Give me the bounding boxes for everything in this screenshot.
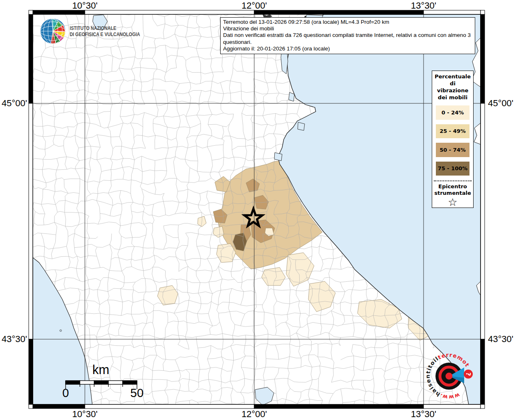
lon-label-bottom-3: 13°30' (411, 409, 436, 420)
legend-swatch-25-49: 25 - 49% (436, 124, 469, 139)
legend-title: Percentuale di vibrazione dei mobili (434, 73, 471, 101)
legend-swatch-50-74: 50 - 74% (436, 143, 469, 157)
legend-epicenter-label: Epicentro strumentale (432, 183, 473, 196)
scale-start-label: 0 (62, 386, 69, 400)
earthquake-info-box: Terremoto del 13-01-2026 09:27:58 (ora l… (220, 17, 475, 54)
scale-bar: km 0 50 (53, 361, 160, 406)
legend-epicenter-star-icon: ☆ (448, 197, 457, 208)
lon-label-top-1: 10°30' (72, 0, 98, 11)
scale-unit-label: km (92, 363, 109, 377)
lat-label-left-1: 45°00' (2, 98, 27, 109)
lat-label-right-2: 43°30' (488, 334, 513, 345)
lon-label-top-2: 12°00' (242, 0, 267, 11)
scale-bar-graphic (53, 378, 160, 395)
legend: Percentuale di vibrazione dei mobili 0 -… (432, 71, 474, 208)
legend-swatch-75-100: 75 - 100% (436, 162, 469, 176)
info-line-source: Dati non verificati estratti da 726 ques… (223, 32, 472, 45)
lat-label-right-1: 45°00' (488, 98, 513, 109)
haisentito-site-logo: ? www.haisentitoilterremoto.it (422, 349, 487, 410)
info-line-event: Terremoto del 13-01-2026 09:27:58 (ora l… (223, 19, 472, 25)
lat-label-left-2: 43°30' (2, 334, 27, 345)
ingv-globe-icon (39, 17, 68, 46)
ingv-text-line1: ISTITUTO NAZIONALE (70, 25, 140, 31)
scale-end-label: 50 (130, 386, 144, 400)
ingv-text-line2: DI GEOFISICA E VULCANOLOGIA (70, 31, 140, 37)
haisentito-map-page: 10°30' 12°00' 13°30' 10°30' 12°00' 13°30… (0, 0, 515, 420)
legend-swatch-0-24: 0 - 24% (436, 105, 469, 120)
logo-question-mark: ? (465, 372, 472, 376)
lon-label-bottom-1: 10°30' (72, 409, 98, 420)
small-island (60, 330, 62, 331)
lon-label-bottom-2: 12°00' (242, 409, 267, 420)
site-logo-graphic: ? www.haisentitoilterremoto.it (422, 349, 487, 410)
ingv-logo: ISTITUTO NAZIONALE DI GEOFISICA E VULCAN… (39, 17, 154, 46)
lon-label-top-3: 13°30' (411, 0, 436, 11)
legend-divider (434, 180, 472, 181)
ingv-logo-text: ISTITUTO NAZIONALE DI GEOFISICA E VULCAN… (70, 25, 140, 37)
info-line-updated: Aggiornato il: 20-01-2026 17:05 (ora loc… (223, 46, 472, 52)
info-line-type: Vibrazione dei mobili (223, 25, 472, 32)
